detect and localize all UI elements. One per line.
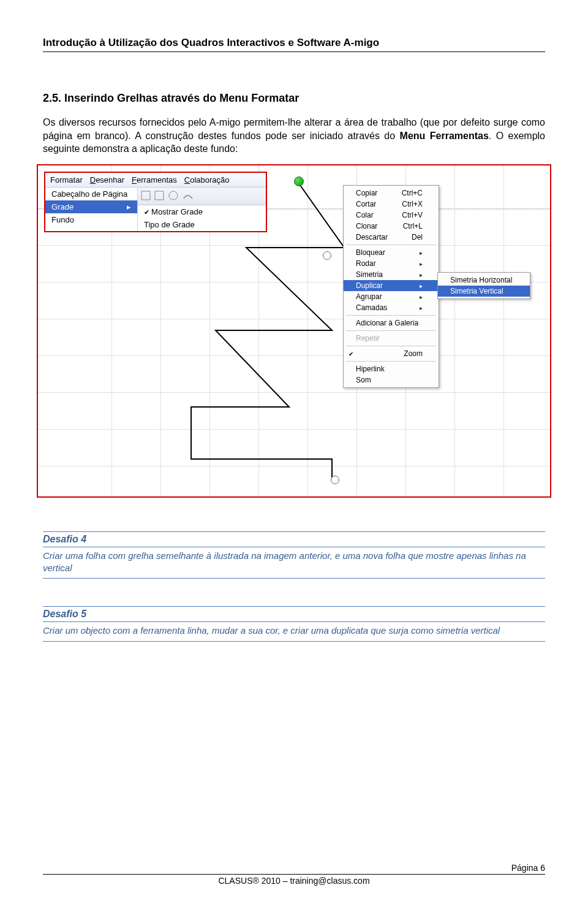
svg-rect-1 (155, 191, 164, 200)
menubar: Formatar Desenhar Ferramentas Colaboraçã… (45, 173, 266, 188)
submenu-simetria-horizontal[interactable]: Simetria Horizontal (438, 275, 530, 286)
section-heading: Inserindo Grelhas através do Menu Format… (64, 92, 299, 104)
desafio-4: Desafio 4 Criar uma folha com grelha sem… (43, 531, 545, 579)
menuitem-tipo-grade[interactable]: Tipo de Grade (138, 218, 266, 231)
ctx-descartar[interactable]: DescartarDel (344, 232, 439, 243)
ctx-camadas[interactable]: Camadas (344, 302, 439, 313)
paragraph-bold: Menu Ferramentas (400, 131, 489, 141)
ctx-hiperlink[interactable]: Hiperlink (344, 363, 439, 374)
desafio-5: Desafio 5 Criar um objecto com a ferrame… (43, 606, 545, 641)
ctx-adicionar-galeria[interactable]: Adicionar à Galeria (344, 317, 439, 329)
submenu-simetria-vertical[interactable]: Simetria Vertical (438, 286, 530, 297)
menu-colaboracao[interactable]: Colaboração (184, 175, 230, 184)
page-number: Página 6 (43, 863, 545, 873)
menu-formatar[interactable]: Formatar (50, 175, 83, 184)
menuitem-cabecalho[interactable]: Cabeçalho de Página (45, 188, 137, 200)
ctx-repetir: Repetir (344, 333, 439, 344)
desafio-5-body: Criar um objecto com a ferramenta linha,… (43, 622, 545, 641)
separator-5 (346, 361, 436, 362)
ctx-copiar[interactable]: CopiarCtrl+C (344, 188, 439, 199)
separator (346, 245, 436, 245)
ctx-som[interactable]: Som (344, 374, 439, 386)
ctx-zoom[interactable]: Zoom (344, 348, 439, 359)
toolbar-icon-row (138, 188, 266, 205)
footer-line: CLASUS® 2010 – training@clasus.com (43, 874, 545, 886)
duplicar-submenu: Simetria Horizontal Simetria Vertical (437, 272, 530, 299)
menu-desenhar[interactable]: Desenhar (90, 175, 124, 184)
separator-2 (346, 315, 436, 316)
desafio-4-body: Criar uma folha com grelha semelhante à … (43, 547, 545, 579)
ctx-cortar[interactable]: CortarCtrl+X (344, 199, 439, 210)
menu-ferramentas[interactable]: Ferramentas (132, 175, 177, 184)
screenshot-figure: Formatar Desenhar Ferramentas Colaboraçã… (37, 164, 551, 498)
section-number: 2.5. (43, 92, 61, 104)
menuitem-grade[interactable]: Grade▸ (45, 200, 137, 213)
ctx-simetria[interactable]: Simetria (344, 269, 439, 280)
footer: Página 6 CLASUS® 2010 – training@clasus.… (43, 863, 545, 886)
white-handle-icon (331, 476, 339, 484)
ctx-agrupar[interactable]: Agrupar (344, 291, 439, 302)
ctx-duplicar[interactable]: Duplicar (344, 280, 439, 291)
ctx-rodar[interactable]: Rodar (344, 258, 439, 269)
menuitem-mostrar-grade[interactable]: Mostrar Grade (138, 205, 266, 218)
green-handle-icon (294, 177, 304, 186)
intro-paragraph: Os diversos recursos fornecidos pelo A-m… (43, 116, 545, 156)
context-menu: CopiarCtrl+C CortarCtrl+X ColarCtrl+V Cl… (343, 185, 439, 388)
desafio-4-title: Desafio 4 (43, 532, 545, 547)
ctx-clonar[interactable]: ClonarCtrl+L (344, 221, 439, 232)
desafio-5-title: Desafio 5 (43, 607, 545, 622)
menuitem-fundo[interactable]: Fundo (45, 213, 137, 226)
ctx-colar[interactable]: ColarCtrl+V (344, 210, 439, 221)
ctx-bloquear[interactable]: Bloquear (344, 247, 439, 258)
white-handle-icon-2 (323, 251, 331, 260)
format-menu-panel: Formatar Desenhar Ferramentas Colaboraçã… (44, 172, 267, 232)
svg-point-2 (169, 191, 178, 200)
separator-3 (346, 330, 436, 331)
svg-rect-0 (141, 191, 150, 200)
section-title: 2.5. Inserindo Grelhas através do Menu F… (43, 92, 545, 105)
separator-4 (346, 346, 436, 346)
doc-header: Introdução à Utilização dos Quadros Inte… (43, 37, 545, 52)
